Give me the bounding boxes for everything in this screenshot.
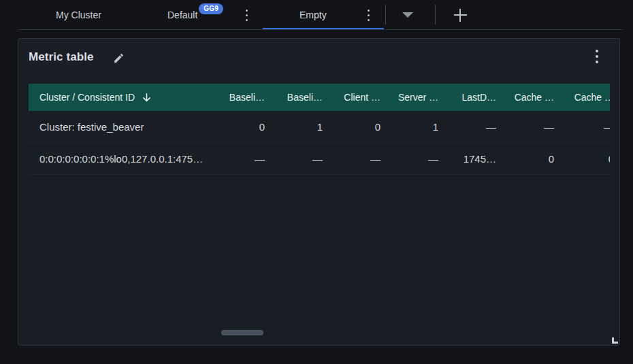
- chevron-down-icon: [402, 12, 413, 18]
- column-header-client[interactable]: Client …: [325, 92, 383, 103]
- plus-icon: [454, 9, 467, 22]
- column-header-lastd[interactable]: LastD…: [440, 92, 498, 103]
- cell-value: 1745…: [440, 153, 498, 165]
- cell-value: —: [498, 121, 556, 133]
- tabbar-divider: [435, 5, 436, 24]
- tab-label: Empty: [299, 10, 327, 20]
- cell-value: 0: [209, 121, 267, 133]
- cell-value: 0: [498, 153, 556, 165]
- column-header-cache-1[interactable]: Cache …: [498, 92, 556, 103]
- sort-descending-arrow-icon: [141, 92, 152, 103]
- tab-empty-menu-kebab-icon[interactable]: [363, 7, 373, 22]
- horizontal-scrollbar-thumb[interactable]: [221, 330, 263, 335]
- panel-title: Metric table: [29, 50, 94, 64]
- dot: [596, 55, 598, 58]
- cell-value: —: [325, 153, 383, 165]
- tabbar-bottom-border: [18, 29, 623, 30]
- column-header-server[interactable]: Server …: [383, 92, 440, 103]
- tab-empty[interactable]: Empty: [299, 0, 327, 30]
- dot: [246, 14, 248, 16]
- cell-value: —: [383, 153, 440, 165]
- table-header-row: Cluster / Consistent ID Baseli… Baseli… …: [29, 84, 610, 111]
- column-header-baseline-2[interactable]: Baseli…: [267, 92, 325, 103]
- edit-title-pencil-icon[interactable]: [113, 52, 125, 64]
- tab-default[interactable]: Default GG9: [167, 0, 223, 30]
- table-row-node: 0:0:0:0:0:0:0:1%lo0,127.0.0.1:475… — — —…: [29, 143, 610, 175]
- column-header-cluster-consistent-id[interactable]: Cluster / Consistent ID: [29, 92, 209, 103]
- metric-table: Cluster / Consistent ID Baseli… Baseli… …: [29, 84, 610, 176]
- cell-value: 0: [325, 121, 383, 133]
- cell-value: 1: [267, 121, 325, 133]
- metric-table-panel: Metric table Cluster / Consistent ID Bas…: [18, 38, 620, 346]
- cell-value: —: [267, 153, 325, 165]
- dashboard-tab-bar: My Cluster Default GG9 Empty: [0, 0, 633, 30]
- tab-version-badge: GG9: [199, 3, 223, 14]
- column-header-label: Cluster / Consistent ID: [39, 92, 135, 103]
- tab-label: My Cluster: [56, 10, 101, 20]
- column-header-baseline-1[interactable]: Baseli…: [209, 92, 267, 103]
- cell-value: 1: [383, 121, 440, 133]
- tab-overflow-dropdown-button[interactable]: [396, 6, 419, 24]
- add-tab-button[interactable]: [448, 5, 472, 25]
- table-row-cluster: Cluster: festive_beaver 0 1 0 1 — — —: [29, 111, 610, 143]
- cell-value: —: [209, 153, 267, 165]
- cell-value: —: [440, 121, 498, 133]
- dot: [596, 61, 598, 63]
- dot: [246, 19, 248, 21]
- dot: [368, 14, 370, 16]
- column-header-cache-2[interactable]: Cache …: [556, 92, 610, 103]
- tab-my-cluster[interactable]: My Cluster: [56, 0, 101, 30]
- tab-label: Default: [167, 10, 197, 20]
- cell-value: —: [556, 121, 610, 133]
- tabbar-divider: [385, 5, 386, 24]
- dot: [368, 10, 370, 12]
- cell-node-id: 0:0:0:0:0:0:0:1%lo0,127.0.0.1:475…: [29, 153, 209, 165]
- panel-menu-kebab-icon[interactable]: [592, 49, 602, 64]
- panel-resize-handle[interactable]: [612, 337, 618, 344]
- dot: [596, 50, 598, 52]
- cell-cluster-id: Cluster: festive_beaver: [29, 121, 209, 133]
- tab-default-menu-kebab-icon[interactable]: [242, 7, 251, 22]
- dot: [368, 19, 370, 21]
- cell-value: 0: [556, 153, 610, 165]
- dot: [246, 10, 248, 12]
